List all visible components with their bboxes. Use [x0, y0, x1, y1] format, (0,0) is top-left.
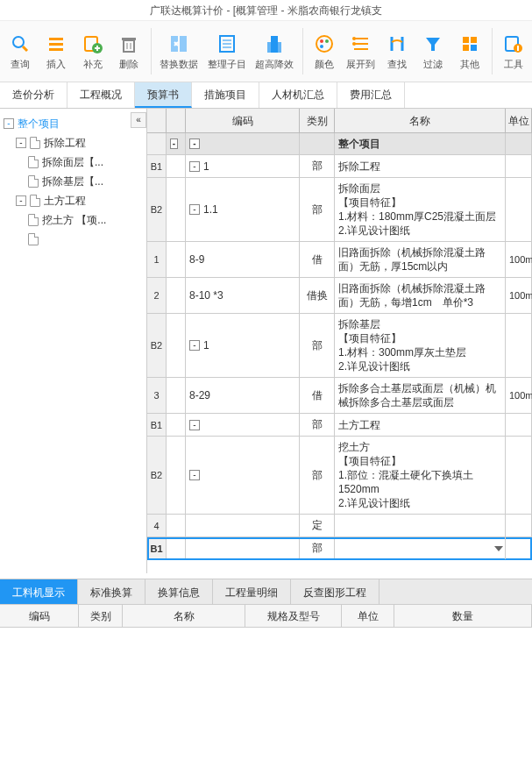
- cell-name[interactable]: [335, 537, 506, 559]
- tree-folder[interactable]: -土方工程: [0, 191, 146, 210]
- detail-tab-3[interactable]: 工程量明细: [213, 579, 291, 604]
- grid-row[interactable]: B1-1部拆除工程: [147, 155, 532, 178]
- toolbar-list-button[interactable]: 整理子目: [202, 21, 251, 82]
- tree-folder[interactable]: -拆除工程: [0, 133, 146, 153]
- dropdown-arrow-icon[interactable]: [494, 546, 503, 551]
- cell-category[interactable]: 借换: [300, 278, 335, 313]
- detail-header-cat[interactable]: 类别: [79, 605, 123, 627]
- cell-name[interactable]: 整个项目: [335, 133, 506, 154]
- tab-3[interactable]: 措施项目: [192, 82, 259, 108]
- cell-code[interactable]: 8-10 *3: [186, 278, 300, 313]
- cell-code[interactable]: 8-29: [186, 378, 300, 413]
- grid-row[interactable]: B1部: [147, 537, 532, 560]
- cell-code[interactable]: -: [186, 414, 300, 436]
- tree-leaf-empty[interactable]: [0, 230, 146, 249]
- cell-category[interactable]: 部: [300, 155, 335, 177]
- detail-tab-4[interactable]: 反查图形工程: [291, 579, 379, 604]
- grid-header-code[interactable]: 编码: [186, 109, 300, 132]
- grid-row[interactable]: B2-1部拆除基层 【项目特征】 1.材料：300mm厚灰土垫层 2.详见设计图…: [147, 314, 532, 378]
- tab-5[interactable]: 费用汇总: [337, 82, 405, 108]
- grid-row[interactable]: 38-29借拆除多合土基层或面层（机械）机械拆除多合土基层或面层100m: [147, 378, 532, 414]
- grid-header-cat[interactable]: 类别: [300, 109, 335, 132]
- detail-tab-2[interactable]: 换算信息: [145, 579, 213, 604]
- cell-code[interactable]: -1.1: [186, 178, 300, 241]
- toolbar-plus-button[interactable]: 补充: [74, 21, 110, 82]
- toolbar-palette-button[interactable]: 颜色: [306, 21, 342, 82]
- cell-name[interactable]: 拆除多合土基层或面层（机械）机械拆除多合土基层或面层: [335, 378, 506, 413]
- row-expand-icon[interactable]: -: [189, 204, 200, 215]
- expand-icon[interactable]: -: [16, 195, 26, 206]
- grid-row[interactable]: --整个项目: [147, 133, 532, 155]
- row-expand-icon[interactable]: -: [189, 161, 200, 172]
- tab-0[interactable]: 造价分析: [0, 82, 67, 108]
- toolbar-search-button[interactable]: 查询: [2, 21, 38, 82]
- cell-category[interactable]: 部: [300, 314, 335, 377]
- cell-name[interactable]: 旧路面拆除（机械拆除混凝土路面）无筋，厚15cm以内: [335, 242, 506, 277]
- cell-code[interactable]: -: [186, 133, 300, 154]
- cell-unit[interactable]: 100m: [506, 242, 532, 277]
- cell-unit[interactable]: [506, 515, 532, 536]
- cell-name[interactable]: 拆除面层 【项目特征】 1.材料：180mm厚C25混凝土面层 2.详见设计图纸: [335, 178, 506, 241]
- toolbar-grid-button[interactable]: 其他: [451, 21, 487, 82]
- cell-name[interactable]: 土方工程: [335, 414, 506, 436]
- cell-name[interactable]: 旧路面拆除（机械拆除混凝土路面）无筋，每增1cm 单价*3: [335, 278, 506, 313]
- grid-row[interactable]: B2-1.1部拆除面层 【项目特征】 1.材料：180mm厚C25混凝土面层 2…: [147, 178, 532, 242]
- detail-tab-1[interactable]: 标准换算: [78, 579, 145, 604]
- cell-category[interactable]: 定: [300, 515, 335, 536]
- toolbar-trash-button[interactable]: 删除: [110, 21, 146, 82]
- cell-name[interactable]: [335, 515, 506, 536]
- cell-category[interactable]: [300, 133, 335, 154]
- grid-row[interactable]: B2-部挖土方 【项目特征】 1.部位：混凝土硬化下换填土1520mm 2.详见…: [147, 437, 532, 515]
- cell-name[interactable]: 挖土方 【项目特征】 1.部位：混凝土硬化下换填土1520mm 2.详见设计图纸: [335, 437, 506, 514]
- cell-category[interactable]: 部: [300, 414, 335, 436]
- cell-code[interactable]: -: [186, 437, 300, 514]
- detail-header-name[interactable]: 名称: [123, 605, 245, 627]
- cell-category[interactable]: 部: [300, 437, 335, 514]
- toolbar-lines-button[interactable]: 插入: [38, 21, 74, 82]
- cell-code[interactable]: -1: [186, 314, 300, 377]
- cell-name[interactable]: 拆除基层 【项目特征】 1.材料：300mm厚灰土垫层 2.详见设计图纸: [335, 314, 506, 377]
- row-expand-icon[interactable]: -: [189, 340, 200, 351]
- tab-2[interactable]: 预算书: [135, 82, 192, 108]
- cell-category[interactable]: 借: [300, 378, 335, 413]
- cell-unit[interactable]: [506, 314, 532, 377]
- cell-unit[interactable]: [506, 537, 532, 559]
- cell-name[interactable]: 拆除工程: [335, 155, 506, 177]
- cell-category[interactable]: 部: [300, 537, 335, 559]
- cell-unit[interactable]: [506, 178, 532, 241]
- row-expand-icon[interactable]: -: [189, 139, 200, 149]
- tab-1[interactable]: 工程概况: [67, 82, 135, 108]
- cell-code[interactable]: [186, 515, 300, 536]
- grid-header-unit[interactable]: 单位: [506, 109, 532, 132]
- cell-category[interactable]: 部: [300, 178, 335, 241]
- grid-row[interactable]: 28-10 *3借换旧路面拆除（机械拆除混凝土路面）无筋，每增1cm 单价*31…: [147, 278, 532, 314]
- detail-header-unit[interactable]: 单位: [342, 605, 394, 627]
- cell-unit[interactable]: [506, 133, 532, 154]
- expand-icon[interactable]: -: [4, 118, 14, 129]
- tab-4[interactable]: 人材机汇总: [259, 82, 337, 108]
- toolbar-tool-button[interactable]: 工具: [496, 21, 532, 82]
- cell-unit[interactable]: [506, 155, 532, 177]
- detail-header-code[interactable]: 编码: [0, 605, 79, 627]
- detail-tab-0[interactable]: 工料机显示: [0, 579, 78, 604]
- cell-unit[interactable]: [506, 437, 532, 514]
- grid-header-name[interactable]: 名称: [335, 109, 506, 132]
- detail-header-qty[interactable]: 数量: [394, 605, 532, 627]
- toolbar-expand-button[interactable]: 展开到: [343, 21, 379, 82]
- grid-row[interactable]: 4定: [147, 515, 532, 537]
- cell-unit[interactable]: 100m: [506, 278, 532, 313]
- tree-collapse-button[interactable]: «: [131, 112, 146, 128]
- row-expand-icon[interactable]: -: [189, 470, 200, 480]
- toolbar-building-button[interactable]: 超高降效: [251, 21, 299, 82]
- grid-row[interactable]: 18-9借旧路面拆除（机械拆除混凝土路面）无筋，厚15cm以内100m: [147, 242, 532, 278]
- tree-root[interactable]: -整个项目: [0, 114, 146, 133]
- cell-unit[interactable]: [506, 414, 532, 436]
- toolbar-filter-button[interactable]: 过滤: [415, 21, 451, 82]
- cell-category[interactable]: 借: [300, 242, 335, 277]
- expand-icon[interactable]: -: [16, 138, 26, 148]
- row-expand-icon[interactable]: -: [189, 420, 200, 430]
- tree-leaf[interactable]: 拆除基层【...: [0, 172, 146, 191]
- row-expand-icon[interactable]: -: [170, 139, 178, 149]
- cell-unit[interactable]: 100m: [506, 378, 532, 413]
- tree-leaf[interactable]: 拆除面层【...: [0, 153, 146, 172]
